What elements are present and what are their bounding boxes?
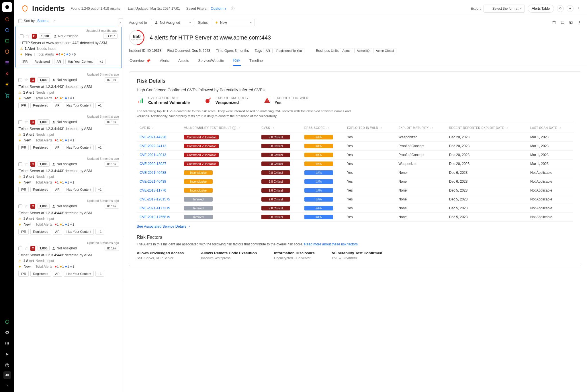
tab-servicewebsite[interactable]: Service/Website: [198, 56, 225, 66]
rail-item-3[interactable]: [2, 36, 12, 46]
card-checkbox[interactable]: [20, 34, 24, 38]
tag-chip[interactable]: +1: [95, 103, 104, 108]
col-header[interactable]: RECENT REPORTED EXPLOIT DATE↓↑: [446, 123, 527, 133]
tag-chip[interactable]: Has Your Content: [64, 103, 94, 108]
col-header[interactable]: VULNERABILITY TEST RESULTi↓↑: [181, 123, 259, 133]
tag-chip[interactable]: IPR: [18, 145, 29, 150]
cve-link[interactable]: CVE-2022-24112: [140, 144, 166, 148]
tag-chip[interactable]: Registered: [30, 103, 51, 108]
card-checkbox[interactable]: [18, 120, 22, 124]
tag-chip[interactable]: +1: [97, 59, 106, 64]
cve-link[interactable]: CVE-2021-41773: [140, 206, 166, 210]
business-unit[interactable]: AcmeHQ: [354, 48, 372, 53]
expand-icon[interactable]: ›: [2, 380, 12, 390]
cve-link[interactable]: CVE-2017-12615: [140, 197, 166, 201]
tag[interactable]: Registered To You: [274, 48, 304, 53]
tag-chip[interactable]: AR: [53, 103, 62, 108]
see-service-link[interactable]: See Associated Service Details ›: [137, 224, 190, 228]
question-icon[interactable]: [2, 361, 12, 370]
saved-filters-value[interactable]: Custom ▾: [211, 6, 226, 11]
business-unit[interactable]: Acme: [340, 48, 353, 53]
card-checkbox[interactable]: [18, 78, 22, 82]
user-avatar[interactable]: JH: [3, 371, 11, 379]
tag-chip[interactable]: IPR: [18, 103, 29, 108]
star-icon[interactable]: ☆: [24, 204, 28, 209]
col-header[interactable]: CVSS↓↑: [259, 123, 301, 133]
select-all-checkbox[interactable]: [18, 19, 22, 23]
cve-link[interactable]: CVE-2020-13927: [140, 162, 166, 166]
risk-factors-link[interactable]: Read more about these risk factors.: [304, 242, 359, 246]
tag-chip[interactable]: Has Your Content: [64, 187, 94, 192]
tag-chip[interactable]: +1: [95, 271, 104, 277]
more-icon[interactable]: ⋮: [576, 6, 580, 11]
tag-chip[interactable]: AR: [53, 145, 62, 150]
filter-icon[interactable]: ▼: [567, 5, 574, 12]
col-header[interactable]: EXPLOITED IN WILD↓↑: [344, 123, 396, 133]
tab-overview[interactable]: Overview 📌: [129, 56, 151, 66]
card-checkbox[interactable]: [18, 162, 22, 166]
tag-chip[interactable]: Has Your Content: [64, 145, 94, 150]
tab-assets[interactable]: Assets: [178, 56, 190, 66]
incident-card[interactable]: Updated 3 months ago ☆ C 1,000 Not Assig…: [14, 154, 123, 196]
col-header[interactable]: LAST SCAN DATE↓↑: [527, 123, 574, 133]
business-unit[interactable]: Acme Global: [373, 48, 396, 53]
star-icon[interactable]: ☆: [24, 246, 28, 251]
comment-icon[interactable]: [560, 20, 565, 25]
sort-direction-icon[interactable]: ↓↑: [52, 19, 56, 23]
rail-item-7[interactable]: [2, 80, 12, 89]
col-header[interactable]: CVE ID↓↑: [137, 123, 181, 133]
cve-link[interactable]: CVE-2021-40438: [140, 171, 166, 175]
copy-icon[interactable]: [569, 20, 574, 25]
tag-chip[interactable]: IPR: [20, 59, 30, 64]
star-icon[interactable]: ☆: [24, 161, 28, 167]
star-icon[interactable]: ☆: [24, 119, 28, 125]
incident-card[interactable]: Updated 3 months ago ☆ C 1,000 Not Assig…: [14, 238, 123, 280]
tag-chip[interactable]: Registered: [30, 187, 51, 192]
tag-chip[interactable]: +1: [95, 187, 104, 192]
tag-chip[interactable]: AR: [53, 271, 62, 277]
collapse-list-button[interactable]: ‹: [118, 18, 123, 27]
rail-item-4[interactable]: [2, 47, 12, 57]
external-link-icon[interactable]: ⧉: [167, 198, 170, 201]
incident-card[interactable]: Updated 3 months ago ☆ C 1,000 Not Assig…: [15, 26, 122, 68]
logo-icon[interactable]: [2, 2, 12, 12]
tab-risk[interactable]: Risk: [233, 56, 241, 66]
cve-link[interactable]: CVE-2019-17558: [140, 215, 166, 219]
tag-chip[interactable]: AR: [53, 187, 62, 192]
tag-chip[interactable]: Has Your Content: [65, 59, 95, 64]
rail-item-2[interactable]: [2, 25, 12, 35]
sort-select[interactable]: Score ▾: [37, 19, 49, 23]
external-link-icon[interactable]: ⧉: [167, 215, 170, 219]
tag-chip[interactable]: Has Your Content: [64, 229, 94, 235]
incident-card[interactable]: Updated 3 months ago ☆ C 1,000 Not Assig…: [14, 196, 123, 238]
rail-item-1[interactable]: [2, 14, 12, 24]
tag-chip[interactable]: Registered: [30, 229, 51, 235]
status-select[interactable]: New ▾: [212, 19, 255, 26]
tag-chip[interactable]: IPR: [18, 271, 29, 277]
cursor-icon[interactable]: [2, 350, 12, 359]
star-icon[interactable]: ☆: [26, 34, 30, 39]
tag-chip[interactable]: AR: [53, 229, 62, 235]
suppress-icon[interactable]: [552, 20, 556, 25]
tag-chip[interactable]: +1: [95, 229, 104, 235]
rail-item-8[interactable]: [2, 90, 12, 100]
settings-icon[interactable]: [2, 328, 12, 338]
tag-chip[interactable]: Registered: [30, 271, 51, 277]
rail-item-6[interactable]: [2, 69, 12, 78]
detail-more-icon[interactable]: ⋮: [578, 20, 581, 25]
external-link-icon[interactable]: ⧉: [167, 206, 170, 210]
tag-chip[interactable]: +1: [95, 145, 104, 150]
tab-timeline[interactable]: Timeline: [249, 56, 263, 66]
tag-chip[interactable]: Registered: [32, 59, 52, 64]
rail-item-5[interactable]: [2, 58, 12, 68]
cve-link[interactable]: CVE-2018-11776: [140, 188, 166, 192]
tag-chip[interactable]: Registered: [30, 145, 51, 150]
tag-chip[interactable]: IPR: [18, 187, 29, 192]
tab-alerts[interactable]: Alerts: [159, 56, 170, 66]
tag[interactable]: AR: [263, 48, 273, 53]
tag-chip[interactable]: AR: [54, 59, 64, 64]
alerts-table-button[interactable]: Alerts Table: [528, 5, 554, 13]
refresh-icon[interactable]: ⟳: [557, 5, 564, 12]
apps-icon[interactable]: [2, 339, 12, 348]
rail-help-icon[interactable]: [2, 317, 12, 327]
